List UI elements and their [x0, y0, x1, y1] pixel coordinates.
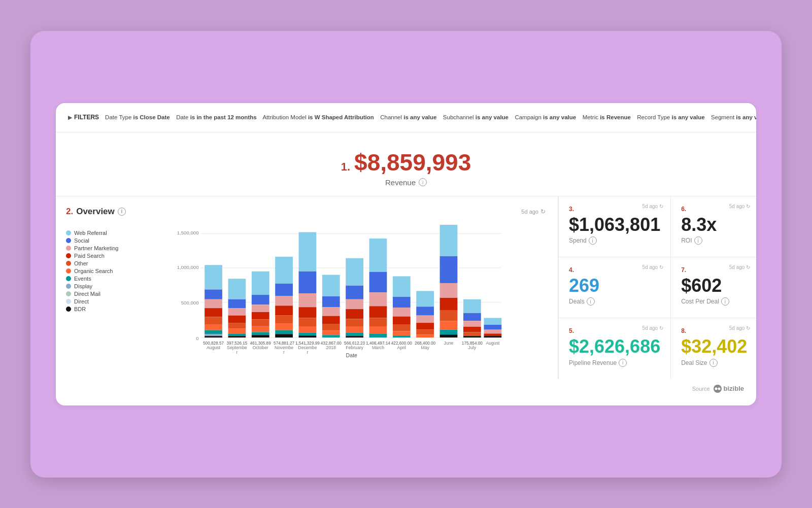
source-footer: Source bizible: [56, 379, 756, 395]
svg-text:1,500,000: 1,500,000: [177, 230, 199, 235]
metric-deals: 4. 5d ago ↻ 269 Deals i: [559, 257, 671, 318]
svg-rect-85: [369, 318, 387, 326]
hero-value: $8,859,993: [354, 149, 471, 176]
legend-dot-other: [66, 261, 71, 266]
pipeline-refresh-icon[interactable]: ↻: [659, 325, 663, 331]
revenue-info-icon[interactable]: i: [419, 178, 427, 186]
svg-rect-122: [463, 336, 481, 337]
svg-rect-8: [205, 265, 222, 289]
deals-refresh-icon[interactable]: ↻: [659, 264, 663, 270]
svg-text:566,612.23: 566,612.23: [344, 341, 365, 345]
ds-timestamp-text: 5d ago: [729, 325, 745, 331]
metric-spend-value: $1,063,801: [569, 215, 660, 235]
svg-text:r: r: [307, 349, 308, 354]
metric-roi-label: ROI i: [681, 236, 747, 245]
svg-rect-87: [369, 333, 387, 337]
roi-info-icon[interactable]: i: [694, 236, 702, 245]
svg-text:461,305.89: 461,305.89: [250, 341, 271, 345]
ds-info-icon[interactable]: i: [709, 359, 718, 367]
svg-rect-108: [440, 256, 458, 283]
filter-subchannel: Subchannel is any value: [439, 114, 509, 120]
legend-paid-search: Paid Search: [66, 253, 132, 259]
legend-label-bdr: BDR: [74, 306, 86, 312]
metric-deals-value: 269: [569, 276, 660, 296]
svg-rect-12: [205, 317, 222, 324]
bizible-logo: bizible: [713, 384, 744, 393]
deals-info-icon[interactable]: i: [587, 297, 595, 306]
svg-text:August: August: [486, 340, 500, 345]
svg-rect-76: [346, 326, 363, 332]
refresh-icon[interactable]: ↻: [540, 208, 546, 215]
svg-point-133: [715, 387, 717, 390]
svg-rect-40: [275, 256, 293, 283]
svg-rect-32: [252, 304, 269, 312]
chart-title-text: Overview: [76, 207, 115, 217]
filters-text: FILTERS: [74, 114, 99, 121]
svg-rect-100: [416, 307, 434, 315]
spend-refresh-icon[interactable]: ↻: [659, 204, 663, 209]
legend-dot-events: [66, 276, 71, 281]
chart-title: 2. Overview i: [66, 207, 126, 217]
chart-info-icon[interactable]: i: [118, 208, 126, 216]
svg-rect-127: [484, 329, 502, 333]
svg-text:June: June: [444, 340, 454, 345]
metric-roi-value: 8.3x: [681, 215, 747, 235]
metrics-grid: 3. 5d ago ↻ $1,063,801 Spend i 6. 5d: [558, 196, 756, 379]
filters-bar: ▶ FILTERS Date Type is Close Date Date i…: [56, 103, 756, 132]
filter-date-type: Date Type is Close Date: [105, 114, 170, 120]
svg-rect-78: [346, 336, 363, 337]
legend-label-paid-search: Paid Search: [74, 253, 105, 259]
svg-rect-34: [252, 319, 269, 326]
legend-other: Other: [66, 260, 132, 266]
roi-refresh-icon[interactable]: ↻: [746, 204, 750, 209]
legend-dot-organic: [66, 268, 71, 274]
svg-rect-33: [252, 312, 269, 319]
svg-rect-114: [440, 334, 458, 337]
legend-label-social: Social: [74, 238, 89, 244]
svg-rect-13: [205, 324, 222, 330]
metric-ds-timestamp: 5d ago ↻: [729, 325, 751, 331]
legend-dot-display: [66, 284, 71, 289]
svg-rect-54: [299, 307, 317, 318]
spend-info-icon[interactable]: i: [589, 236, 597, 245]
cpd-timestamp-text: 5d ago: [729, 264, 745, 270]
metric-roi-timestamp: 5d ago ↻: [729, 204, 751, 209]
legend-direct: Direct: [66, 298, 132, 304]
svg-text:1,000,000: 1,000,000: [177, 264, 199, 269]
svg-rect-45: [275, 323, 293, 330]
svg-text:r: r: [236, 349, 238, 354]
svg-rect-64: [322, 307, 340, 316]
filters-label[interactable]: ▶ FILTERS: [68, 114, 99, 121]
deals-timestamp-text: 5d ago: [642, 264, 658, 270]
svg-text:175,854.00: 175,854.00: [462, 341, 483, 345]
svg-rect-10: [205, 299, 222, 308]
svg-rect-99: [416, 291, 434, 307]
svg-rect-66: [322, 324, 340, 331]
pipeline-info-icon[interactable]: i: [619, 359, 627, 367]
legend-social: Social: [66, 238, 132, 244]
legend-organic: Organic Search: [66, 268, 132, 274]
svg-text:432,867.00: 432,867.00: [321, 341, 342, 345]
hero-prefix: 1.: [341, 160, 350, 174]
legend-direct-mail: Direct Mail: [66, 291, 132, 297]
ds-refresh-icon[interactable]: ↻: [746, 325, 750, 331]
svg-rect-102: [416, 323, 434, 330]
chart-area: Web Referral Social Partner Marketing: [66, 225, 546, 369]
svg-rect-109: [440, 283, 458, 297]
svg-rect-83: [369, 292, 387, 306]
svg-rect-110: [440, 297, 458, 310]
legend-dot-paid-search: [66, 253, 71, 258]
metric-spend-timestamp: 5d ago ↻: [642, 204, 664, 209]
svg-text:October: October: [253, 345, 268, 350]
chart-legend: Web Referral Social Partner Marketing: [66, 225, 132, 369]
cpd-info-icon[interactable]: i: [721, 297, 729, 306]
svg-rect-74: [346, 309, 363, 319]
svg-rect-72: [346, 285, 363, 299]
svg-rect-15: [205, 334, 222, 336]
cpd-refresh-icon[interactable]: ↻: [746, 264, 750, 270]
hero-label: Revenue: [385, 178, 416, 187]
triangle-icon: ▶: [68, 115, 72, 120]
chart-timestamp: 5d ago: [521, 209, 538, 215]
svg-rect-93: [393, 316, 411, 324]
filter-channel: Channel is any value: [377, 114, 437, 120]
